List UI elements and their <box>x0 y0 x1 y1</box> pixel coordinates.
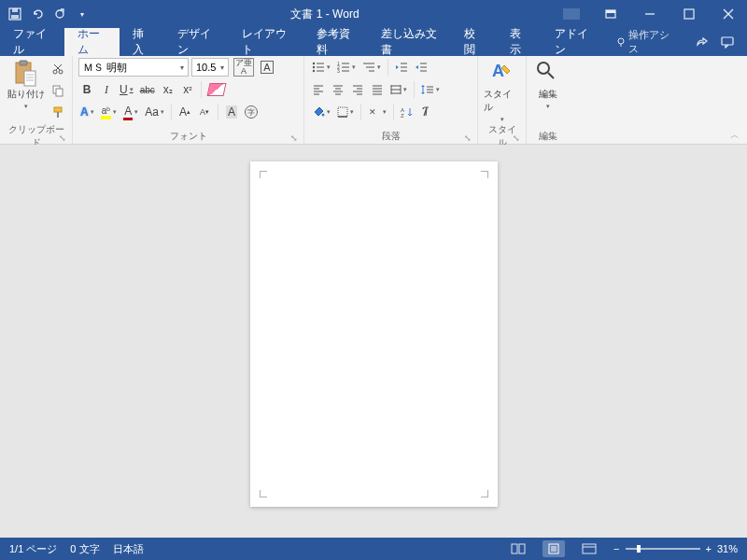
dialog-launcher-icon[interactable]: ⤡ <box>59 133 66 143</box>
svg-text:Z: Z <box>401 113 404 118</box>
sort-icon: AZ <box>401 106 414 118</box>
borders-button[interactable] <box>335 103 356 121</box>
styles-icon: A <box>489 60 515 86</box>
tab-review[interactable]: 校閲 <box>451 28 497 56</box>
web-layout-button[interactable] <box>578 540 600 557</box>
align-center-button[interactable] <box>330 80 346 99</box>
close-button[interactable] <box>710 0 747 28</box>
svg-point-20 <box>53 70 57 74</box>
increase-indent-button[interactable] <box>413 58 430 77</box>
share-icon[interactable] <box>695 35 708 49</box>
print-layout-button[interactable] <box>543 540 565 557</box>
collapse-ribbon-button[interactable]: ︿ <box>730 129 740 142</box>
dialog-launcher-icon[interactable]: ⤡ <box>513 133 520 143</box>
bold-button[interactable]: B <box>78 80 95 99</box>
change-case-button[interactable]: Aa <box>143 103 166 121</box>
zoom-in-button[interactable]: + <box>706 543 712 554</box>
find-icon <box>535 60 561 86</box>
strikethrough-button[interactable]: abc <box>138 80 157 99</box>
line-spacing-button[interactable] <box>419 80 442 99</box>
undo-icon[interactable] <box>30 7 45 21</box>
redo-icon[interactable] <box>52 7 67 21</box>
copy-button[interactable] <box>49 81 66 100</box>
svg-rect-16 <box>24 71 35 86</box>
subscript-button[interactable]: x₂ <box>160 80 176 99</box>
paint-bucket-icon <box>312 105 325 119</box>
highlight-button[interactable]: aᵇ <box>99 103 120 121</box>
tab-design[interactable]: デザイン <box>164 28 229 56</box>
distributed-icon <box>390 84 402 95</box>
asian-layout-button[interactable]: ✕ <box>366 103 388 121</box>
decrease-indent-button[interactable] <box>393 58 410 77</box>
char-border-button[interactable]: A <box>259 58 275 77</box>
tab-home[interactable]: ホーム <box>64 28 120 56</box>
show-marks-button[interactable] <box>418 103 435 121</box>
dialog-launcher-icon[interactable]: ⤡ <box>464 133 472 143</box>
maximize-button[interactable] <box>670 0 708 28</box>
italic-button[interactable]: I <box>98 80 115 99</box>
justify-icon <box>372 84 383 95</box>
svg-rect-25 <box>56 89 63 96</box>
tab-view[interactable]: 表示 <box>497 28 543 56</box>
tab-file[interactable]: ファイル <box>0 28 64 56</box>
multilevel-list-button[interactable] <box>360 58 383 77</box>
crop-mark-icon <box>260 490 267 497</box>
grow-font-button[interactable]: A▴ <box>176 103 193 121</box>
justify-button[interactable] <box>369 80 386 99</box>
tab-references[interactable]: 参考資料 <box>303 28 368 56</box>
tab-addins[interactable]: アドイン <box>542 28 606 56</box>
dialog-launcher-icon[interactable]: ⤡ <box>290 133 298 143</box>
zoom-level[interactable]: 31% <box>717 543 738 554</box>
chevron-down-icon: ▾ <box>24 103 28 110</box>
ribbon: 貼り付け ▾ クリップボード⤡ ＭＳ 明朝▾ 10.5▾ ア亜A A B I U <box>0 56 747 145</box>
format-painter-button[interactable] <box>49 103 66 121</box>
align-left-button[interactable] <box>310 80 327 99</box>
font-name-combo[interactable]: ＭＳ 明朝▾ <box>78 58 189 77</box>
tab-insert[interactable]: 挿入 <box>120 28 165 56</box>
save-icon[interactable] <box>7 7 22 21</box>
tab-layout[interactable]: レイアウト <box>229 28 303 56</box>
editing-button[interactable]: 編集 ▾ <box>532 58 564 110</box>
font-size-combo[interactable]: 10.5▾ <box>191 58 229 77</box>
tab-mailings[interactable]: 差し込み文書 <box>368 28 452 56</box>
sort-button[interactable]: AZ <box>399 103 416 121</box>
page-indicator[interactable]: 1/1 ページ <box>9 542 57 556</box>
word-count[interactable]: 0 文字 <box>70 542 99 556</box>
language-indicator[interactable]: 日本語 <box>113 542 144 556</box>
read-mode-button[interactable] <box>507 540 529 557</box>
underline-button[interactable]: U <box>118 80 135 99</box>
enclose-chars-button[interactable]: 字 <box>243 103 260 121</box>
char-shading-button[interactable]: A <box>223 103 240 121</box>
numbering-button[interactable]: 123 <box>335 58 358 77</box>
zoom-slider[interactable] <box>626 548 700 550</box>
comments-icon[interactable] <box>721 35 734 49</box>
font-color-button[interactable]: A <box>121 103 140 121</box>
chevron-down-icon: ▾ <box>220 63 224 72</box>
group-editing-label: 編集 <box>539 130 557 143</box>
shading-button[interactable] <box>310 103 332 121</box>
superscript-button[interactable]: x² <box>179 80 196 99</box>
document-area[interactable] <box>0 145 747 538</box>
text-effects-button[interactable]: A <box>78 103 96 121</box>
document-page[interactable] <box>250 161 498 507</box>
cut-button[interactable] <box>49 60 66 78</box>
minimize-button[interactable] <box>631 0 669 28</box>
svg-point-3 <box>56 10 63 18</box>
ribbon-display-icon[interactable] <box>592 0 629 28</box>
phonetic-guide-button[interactable]: ア亜A <box>232 58 256 77</box>
tell-me-search[interactable]: 操作アシス <box>606 28 682 56</box>
account-icon[interactable] <box>553 0 590 28</box>
zoom-out-button[interactable]: − <box>613 543 619 554</box>
clear-formatting-button[interactable] <box>206 80 227 99</box>
distributed-button[interactable] <box>388 80 409 99</box>
shrink-font-button[interactable]: A▾ <box>196 103 213 121</box>
styles-button[interactable]: A スタイル ▾ <box>484 58 520 123</box>
paste-button[interactable]: 貼り付け ▾ <box>6 58 46 110</box>
align-right-icon <box>352 84 363 95</box>
align-right-button[interactable] <box>349 80 366 99</box>
svg-rect-1 <box>12 8 18 12</box>
bullets-button[interactable] <box>310 58 332 77</box>
qat-customize-icon[interactable]: ▾ <box>75 7 90 21</box>
zoom-thumb[interactable] <box>637 545 641 553</box>
svg-point-21 <box>59 70 63 74</box>
